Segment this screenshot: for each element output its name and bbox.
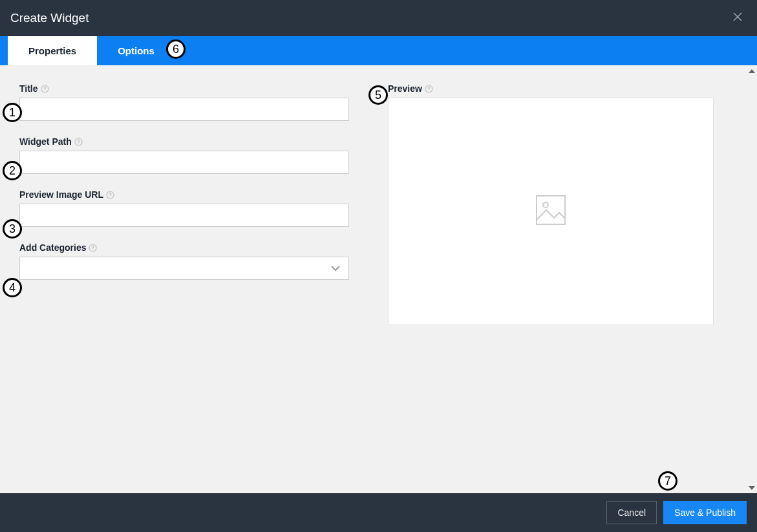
help-icon[interactable] bbox=[89, 244, 97, 252]
help-icon[interactable] bbox=[41, 85, 49, 93]
help-icon[interactable] bbox=[74, 138, 83, 146]
scroll-down-arrow-icon[interactable] bbox=[746, 482, 757, 493]
button-label: Save & Publish bbox=[674, 507, 736, 518]
field-add-categories: Add Categories bbox=[19, 242, 349, 280]
field-label: Widget Path bbox=[19, 136, 349, 147]
tab-options[interactable]: Options bbox=[97, 36, 175, 65]
svg-point-13 bbox=[543, 202, 548, 207]
close-icon bbox=[732, 12, 743, 25]
svg-point-7 bbox=[110, 197, 111, 197]
scrollbar[interactable] bbox=[746, 65, 757, 493]
svg-point-5 bbox=[78, 144, 79, 144]
label-text: Widget Path bbox=[19, 136, 72, 147]
field-label: Preview bbox=[388, 83, 738, 94]
label-text: Add Categories bbox=[19, 242, 86, 253]
label-text: Preview bbox=[388, 83, 422, 94]
preview-box bbox=[388, 98, 714, 325]
cancel-button[interactable]: Cancel bbox=[606, 501, 657, 524]
widget-path-input[interactable] bbox=[19, 151, 349, 174]
title-input[interactable] bbox=[19, 98, 349, 121]
field-preview: Preview bbox=[388, 83, 738, 325]
svg-marker-15 bbox=[749, 486, 755, 490]
svg-point-9 bbox=[93, 250, 94, 250]
svg-rect-12 bbox=[537, 196, 565, 224]
field-label: Preview Image URL bbox=[19, 189, 349, 200]
svg-point-3 bbox=[45, 90, 45, 91]
help-icon[interactable] bbox=[425, 85, 433, 93]
svg-point-11 bbox=[429, 90, 429, 91]
image-placeholder-icon bbox=[535, 194, 567, 229]
tab-label: Options bbox=[118, 45, 155, 56]
form-left-column: Title Widget Path bbox=[19, 83, 349, 493]
tab-label: Properties bbox=[28, 45, 76, 56]
tabs-bar: Properties Options bbox=[0, 36, 757, 65]
button-label: Cancel bbox=[617, 507, 646, 518]
close-button[interactable] bbox=[729, 9, 747, 27]
preview-image-url-input[interactable] bbox=[19, 204, 349, 227]
save-publish-button[interactable]: Save & Publish bbox=[663, 501, 747, 524]
chevron-down-icon bbox=[330, 262, 341, 274]
field-preview-image-url: Preview Image URL bbox=[19, 189, 349, 227]
content-area: Title Widget Path bbox=[0, 65, 757, 493]
tab-properties[interactable]: Properties bbox=[8, 36, 97, 65]
help-icon[interactable] bbox=[106, 191, 114, 199]
form-right-column: Preview bbox=[388, 83, 738, 493]
svg-marker-14 bbox=[749, 69, 755, 73]
modal-header: Create Widget bbox=[0, 0, 757, 36]
modal-footer: Cancel Save & Publish bbox=[0, 493, 757, 532]
label-text: Title bbox=[19, 83, 38, 94]
field-label: Title bbox=[19, 83, 349, 94]
field-title: Title bbox=[19, 83, 349, 121]
add-categories-select[interactable] bbox=[19, 257, 349, 280]
scroll-up-arrow-icon[interactable] bbox=[746, 65, 757, 76]
field-widget-path: Widget Path bbox=[19, 136, 349, 174]
label-text: Preview Image URL bbox=[19, 189, 103, 200]
modal-title: Create Widget bbox=[10, 11, 89, 25]
field-label: Add Categories bbox=[19, 242, 349, 253]
